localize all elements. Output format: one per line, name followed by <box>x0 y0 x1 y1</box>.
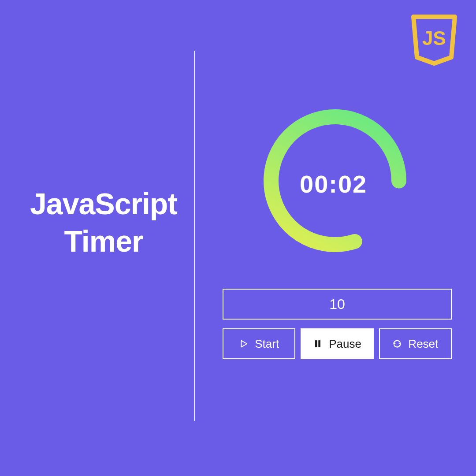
js-logo-icon: JS <box>410 13 458 66</box>
title-line1: JavaScript <box>30 187 177 220</box>
play-icon <box>239 339 249 349</box>
reset-button[interactable]: Reset <box>379 328 452 359</box>
start-label: Start <box>255 337 279 351</box>
reset-label: Reset <box>408 337 438 351</box>
svg-rect-3 <box>319 341 320 347</box>
reset-icon <box>392 339 402 349</box>
title-line2: Timer <box>64 224 143 258</box>
duration-input[interactable]: 10 <box>223 289 452 320</box>
pause-label: Pause <box>329 337 361 351</box>
pause-icon <box>313 339 323 349</box>
vertical-divider <box>194 51 195 421</box>
duration-value: 10 <box>329 296 345 312</box>
button-row: Start Pause Reset <box>223 328 452 359</box>
page-title: JavaScript Timer <box>20 185 187 260</box>
timer-display: 00:02 <box>300 170 367 198</box>
pause-button[interactable]: Pause <box>301 328 373 359</box>
svg-rect-2 <box>316 341 317 347</box>
svg-text:JS: JS <box>422 27 446 49</box>
start-button[interactable]: Start <box>223 328 295 359</box>
